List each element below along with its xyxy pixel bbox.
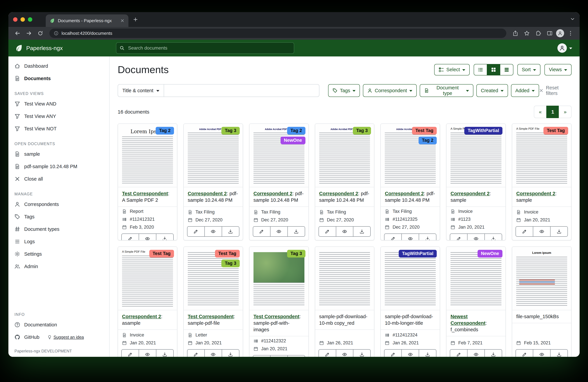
correspondent-link[interactable]: Correspondent 2 — [450, 191, 489, 196]
reset-filters-button[interactable]: Reset filters — [539, 85, 571, 96]
sidebar-item-documentation[interactable]: Documentation — [8, 319, 109, 331]
preview-button[interactable] — [533, 226, 550, 237]
tag-badge[interactable]: Tag 3 — [353, 127, 371, 135]
page-current-button[interactable]: 1 — [546, 106, 559, 118]
sidebar-item-settings[interactable]: Settings — [8, 248, 109, 260]
document-card[interactable]: A Simple PDF File Test Tag Correspondent… — [512, 123, 571, 241]
share-button[interactable] — [510, 28, 520, 38]
download-button[interactable] — [287, 355, 305, 357]
correspondent-link[interactable]: Correspondent 2 — [516, 191, 555, 196]
document-thumbnail[interactable] — [315, 247, 374, 310]
download-button[interactable] — [222, 226, 239, 237]
maximize-window-button[interactable] — [28, 17, 32, 22]
tag-badge[interactable]: Test Tag — [149, 250, 174, 258]
tag-badge[interactable]: Tag 3 — [287, 250, 305, 258]
sidebar-item-test-view-any[interactable]: Test View ANY — [8, 110, 109, 122]
preview-button[interactable] — [270, 355, 288, 357]
sort-button[interactable]: Sort — [517, 64, 540, 75]
address-bar[interactable]: localhost:4200/documents — [49, 29, 506, 38]
sidebar-item-open-doc-pdf-sample[interactable]: pdf-sample 10.24.48 PM — [8, 160, 109, 173]
edit-button[interactable] — [253, 226, 271, 237]
document-thumbnail[interactable]: Adobe Acrobat PDF Files Tag 3 — [184, 124, 243, 187]
app-brand[interactable]: Paperless-ngx — [15, 44, 116, 52]
sidebar-item-open-doc-sample[interactable]: sample — [8, 148, 109, 160]
preview-button[interactable] — [401, 234, 419, 241]
edit-button[interactable] — [516, 349, 533, 357]
document-thumbnail[interactable]: A Simple PDF File TagWithPartial — [446, 124, 505, 187]
correspondent-link[interactable]: Correspondent 2 — [122, 314, 161, 319]
edit-button[interactable] — [318, 226, 336, 237]
correspondent-link[interactable]: Correspondent 2 — [319, 191, 358, 196]
view-details-button[interactable] — [500, 64, 513, 75]
document-card[interactable]: NewOne Newest Correspondent: f_combineds… — [446, 246, 506, 357]
document-thumbnail[interactable]: A Simple PDF File Test Tag — [512, 124, 571, 187]
filter-added-button[interactable]: Added — [511, 84, 539, 97]
edit-button[interactable] — [121, 349, 139, 357]
preview-button[interactable] — [336, 349, 354, 357]
tag-badge[interactable]: Tag 2 — [287, 127, 305, 135]
document-card[interactable]: Lorem ipsum file-sample_150kBs Feb 15, 2… — [512, 246, 571, 357]
correspondent-link[interactable]: Newest Correspondent — [450, 314, 485, 326]
download-button[interactable] — [353, 226, 371, 237]
sidebar-item-github[interactable]: GitHub Suggest an idea — [8, 331, 109, 343]
correspondent-link[interactable]: Test Correspondent — [188, 314, 234, 319]
correspondent-link[interactable]: Correspondent 2 — [253, 191, 293, 196]
document-thumbnail[interactable]: NewOne — [446, 247, 505, 310]
correspondent-link[interactable]: Test Correspondent — [253, 314, 299, 319]
tab-search-chevron-icon[interactable] — [570, 17, 575, 23]
sidebar-item-logs[interactable]: Logs — [8, 235, 109, 248]
document-thumbnail[interactable]: TagWithPartial — [381, 247, 440, 310]
suggest-idea-link[interactable]: Suggest an idea — [47, 335, 84, 340]
preview-button[interactable] — [270, 226, 288, 237]
document-card[interactable]: sample-pdf-download-10-mb copy_red Jan 2… — [315, 246, 375, 357]
edit-button[interactable] — [121, 234, 139, 241]
document-thumbnail[interactable]: A Simple PDF File Test Tag — [118, 247, 177, 310]
document-thumbnail[interactable]: Adobe Acrobat PDF Files Tag 2NewOne — [250, 124, 309, 187]
download-button[interactable] — [419, 349, 436, 357]
preview-button[interactable] — [401, 349, 419, 357]
tag-badge[interactable]: NewOne — [281, 137, 305, 144]
document-card[interactable]: Adobe Acrobat PDF Files Tag 3 Correspond… — [183, 123, 243, 241]
edit-button[interactable] — [187, 226, 205, 237]
user-menu[interactable] — [557, 43, 572, 53]
browser-menu-button[interactable] — [566, 28, 576, 38]
document-card[interactable]: Adobe Acrobat PDF Files Test TagTag 2 Co… — [380, 123, 440, 241]
search-input[interactable] — [127, 45, 291, 51]
download-button[interactable] — [550, 226, 568, 237]
correspondent-link[interactable]: Correspondent 2 — [385, 191, 424, 196]
sidebar-item-document-types[interactable]: Document types — [8, 223, 109, 235]
document-card[interactable]: A Simple PDF File Test Tag Correspondent… — [118, 246, 177, 357]
minimize-window-button[interactable] — [21, 17, 25, 22]
edit-button[interactable] — [384, 349, 402, 357]
edit-button[interactable] — [253, 355, 271, 357]
page-prev-button[interactable]: « — [534, 106, 547, 118]
edit-button[interactable] — [450, 234, 467, 241]
document-card[interactable]: Adobe Acrobat PDF Files Tag 3 Correspond… — [315, 123, 375, 241]
filter-document-type-button[interactable]: Document type — [420, 84, 473, 97]
view-list-button[interactable] — [474, 64, 487, 75]
filter-field-button[interactable]: Title & content — [118, 84, 164, 97]
download-button[interactable] — [287, 226, 305, 237]
reload-button[interactable] — [35, 28, 45, 38]
sidebar-item-tags[interactable]: Tags — [8, 210, 109, 223]
correspondent-link[interactable]: Correspondent 2 — [188, 191, 227, 196]
document-card[interactable]: Lorem Ipsum Tag 2 Test Correspondent: A … — [118, 123, 177, 241]
sidebar-item-documents[interactable]: Documents — [8, 72, 109, 85]
preview-button[interactable] — [139, 234, 156, 241]
tag-badge[interactable]: Tag 2 — [419, 137, 437, 144]
select-button[interactable]: Select — [434, 64, 470, 75]
edit-button[interactable] — [516, 226, 533, 237]
edit-button[interactable] — [187, 349, 205, 357]
edit-button[interactable] — [450, 349, 467, 357]
tag-badge[interactable]: TagWithPartial — [399, 250, 437, 258]
filter-created-button[interactable]: Created — [476, 84, 508, 97]
download-button[interactable] — [484, 349, 502, 357]
document-card[interactable]: TagWithPartial sample-pdf-download-10-mb… — [380, 246, 440, 357]
preview-button[interactable] — [204, 226, 222, 237]
tag-badge[interactable]: Test Tag — [544, 127, 568, 135]
sidebar-item-correspondents[interactable]: Correspondents — [8, 198, 109, 210]
preview-button[interactable] — [467, 349, 485, 357]
close-window-button[interactable] — [13, 17, 18, 22]
edit-button[interactable] — [318, 349, 336, 357]
download-button[interactable] — [550, 349, 568, 357]
